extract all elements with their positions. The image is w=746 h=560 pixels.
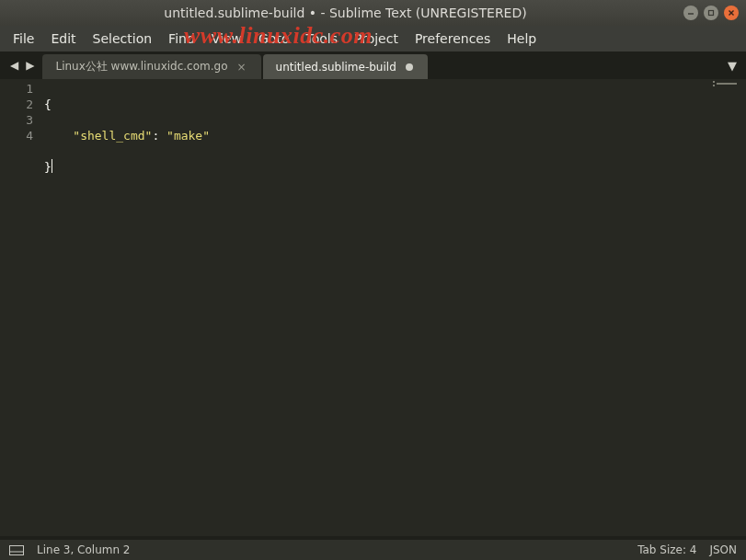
menu-edit[interactable]: Edit (43, 28, 83, 50)
close-icon[interactable]: × (237, 61, 247, 74)
brace-open: { (44, 97, 52, 111)
nav-back-icon[interactable]: ◀ (7, 57, 21, 74)
svg-rect-6 (713, 85, 715, 86)
menu-selection[interactable]: Selection (86, 28, 160, 50)
menu-tools[interactable]: Tools (298, 28, 345, 50)
json-string: "make" (166, 129, 210, 143)
menu-view[interactable]: View (204, 28, 249, 50)
svg-rect-4 (713, 81, 715, 83)
minimize-button[interactable] (683, 6, 698, 20)
maximize-button[interactable] (704, 6, 718, 20)
colon: : (152, 129, 166, 143)
line-number-gutter: 1 2 3 4 (0, 79, 44, 536)
menu-help[interactable]: Help (499, 28, 544, 50)
menu-file[interactable]: File (6, 28, 41, 50)
minimap[interactable] (713, 81, 740, 88)
tab-overflow-icon[interactable]: ▼ (718, 59, 746, 73)
text-cursor (52, 159, 52, 173)
svg-rect-5 (717, 83, 737, 85)
titlebar: untitled.sublime-build • - Sublime Text … (0, 0, 746, 26)
tab-inactive[interactable]: Linux公社 www.linuxidc.com.go × (42, 54, 260, 79)
line-number: 3 (0, 112, 33, 128)
window-controls (683, 6, 739, 20)
menu-find[interactable]: Find (161, 28, 202, 50)
menu-project[interactable]: Project (347, 28, 406, 50)
status-position[interactable]: Line 3, Column 2 (37, 543, 131, 556)
svg-rect-7 (10, 545, 24, 554)
menu-goto[interactable]: Goto (251, 28, 296, 50)
close-button[interactable] (724, 6, 739, 20)
tab-history-nav: ◀ ▶ (6, 51, 42, 79)
indent (44, 129, 73, 143)
dirty-indicator-icon[interactable] (406, 63, 413, 71)
svg-rect-1 (709, 11, 714, 16)
menu-preferences[interactable]: Preferences (407, 28, 498, 50)
statusbar: Line 3, Column 2 Tab Size: 4 JSON (0, 540, 746, 560)
status-syntax[interactable]: JSON (709, 543, 737, 556)
brace-close: } (44, 160, 52, 174)
tabbar: ◀ ▶ Linux公社 www.linuxidc.com.go × untitl… (0, 51, 746, 79)
menubar: File Edit Selection Find View Goto Tools… (0, 26, 746, 51)
panel-switcher-icon[interactable] (9, 544, 24, 555)
code-area[interactable]: { "shell_cmd": "make" } (44, 79, 746, 536)
tab-label: Linux公社 www.linuxidc.com.go (55, 59, 227, 74)
tab-active[interactable]: untitled.sublime-build (263, 54, 428, 79)
line-number: 4 (0, 128, 33, 143)
nav-forward-icon[interactable]: ▶ (23, 57, 37, 74)
tab-label: untitled.sublime-build (276, 61, 396, 74)
window-title: untitled.sublime-build • - Sublime Text … (7, 6, 683, 20)
status-tab-size[interactable]: Tab Size: 4 (637, 543, 696, 556)
json-key: "shell_cmd" (73, 129, 152, 143)
editor[interactable]: 1 2 3 4 { "shell_cmd": "make" } (0, 79, 746, 536)
line-number: 2 (0, 97, 33, 112)
line-number: 1 (0, 81, 33, 97)
